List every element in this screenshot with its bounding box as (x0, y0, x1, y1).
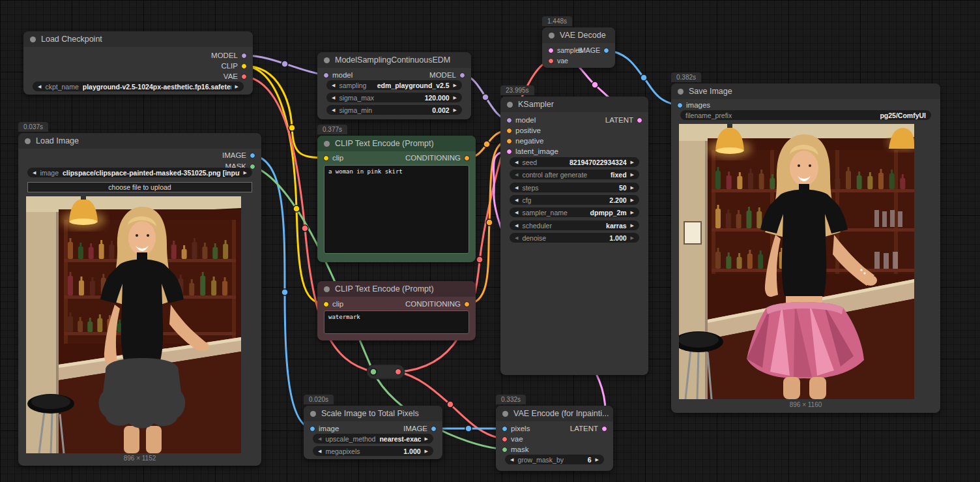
node-graph-canvas[interactable]: Load Checkpoint MODEL CLIP VAE ◀ ckpt_na… (0, 0, 980, 482)
prev-value-arrow-icon[interactable]: ◀ (515, 172, 518, 177)
node-title-bar[interactable]: CLIP Text Encode (Prompt) (317, 136, 476, 151)
widget-ckpt-name[interactable]: ◀ ckpt_name playground-v2.5-1024px-aesth… (33, 82, 244, 91)
widget-sampling[interactable]: ◀ sampling edm_playground_v2.5 ▶ (326, 80, 462, 90)
widget-image[interactable]: ◀ image clipspace/clipspace-painted-mask… (27, 168, 252, 177)
node-title-bar[interactable]: VAE Decode (542, 27, 615, 43)
node-load-checkpoint[interactable]: Load Checkpoint MODEL CLIP VAE ◀ ckpt_na… (23, 31, 253, 95)
widget-sampler-name[interactable]: ◀ sampler_name dpmpp_2m ▶ (510, 207, 639, 217)
node-vae-decode[interactable]: 1.448s VAE Decode samples vae IMAGE (542, 27, 615, 68)
slot-dot-conditioning[interactable] (464, 301, 470, 307)
node-title-bar[interactable]: CLIP Text Encode (Prompt) (317, 281, 476, 297)
collapse-dot[interactable] (507, 102, 513, 108)
node-title-bar[interactable]: Load Image (18, 133, 261, 149)
widget-filename-prefix[interactable]: filename_prefix pg25/ComfyUI (680, 110, 931, 120)
next-value-arrow-icon[interactable]: ▶ (631, 223, 634, 228)
slot-dot-vae[interactable] (502, 436, 508, 442)
next-value-arrow-icon[interactable]: ▶ (235, 84, 238, 89)
widget-control-after-generate[interactable]: ◀ control after generate fixed ▶ (510, 170, 639, 179)
node-clip-text-encode-positive[interactable]: 0.377s CLIP Text Encode (Prompt) clip CO… (317, 136, 476, 262)
increment-arrow-icon[interactable]: ▶ (425, 449, 428, 453)
slot-dot-latent[interactable] (506, 149, 512, 155)
node-title-bar[interactable]: Scale Image to Total Pixels (304, 406, 442, 421)
collapse-dot[interactable] (30, 37, 36, 42)
slot-dot-clip[interactable] (241, 63, 247, 69)
collapse-dot[interactable] (549, 33, 555, 38)
slot-dot-latent[interactable] (601, 426, 607, 432)
prev-value-arrow-icon[interactable]: ◀ (515, 210, 518, 215)
node-ksampler[interactable]: 23.995s KSampler model positive negative… (500, 97, 648, 375)
node-title-bar[interactable]: Save Image (671, 83, 940, 99)
slot-dot-clip[interactable] (323, 301, 329, 307)
collapse-dot[interactable] (324, 286, 330, 292)
widget-sigma-max[interactable]: ◀ sigma_max 120.000 ▶ (326, 93, 462, 102)
widget-cfg[interactable]: ◀ cfg 2.200 ▶ (510, 195, 639, 205)
increment-arrow-icon[interactable]: ▶ (631, 198, 634, 202)
slot-dot-model[interactable] (506, 117, 512, 123)
node-load-image[interactable]: 0.037s Load Image IMAGE MASK ◀ image cli… (18, 133, 261, 466)
prev-value-arrow-icon[interactable]: ◀ (38, 84, 41, 89)
widget-sigma-min[interactable]: ◀ sigma_min 0.002 ▶ (326, 105, 462, 115)
decrement-arrow-icon[interactable]: ◀ (332, 95, 335, 100)
collapse-dot[interactable] (324, 57, 330, 63)
prompt-textarea[interactable]: watermark (324, 310, 469, 334)
slot-dot-mask[interactable] (502, 447, 508, 453)
decrement-arrow-icon[interactable]: ◀ (515, 185, 518, 190)
increment-arrow-icon[interactable]: ▶ (596, 457, 599, 462)
node-title-bar[interactable]: VAE Encode (for Inpainti... (496, 406, 613, 421)
collapse-dot[interactable] (502, 411, 508, 417)
upload-button[interactable]: choose file to upload (27, 182, 252, 192)
reroute-output-dot[interactable] (396, 369, 401, 375)
slot-dot-image[interactable] (677, 102, 683, 108)
slot-dot-vae[interactable] (241, 74, 247, 80)
prev-value-arrow-icon[interactable]: ◀ (33, 170, 36, 175)
prev-value-arrow-icon[interactable]: ◀ (332, 83, 335, 87)
node-title-bar[interactable]: ModelSamplingContinuousEDM (317, 52, 471, 68)
node-title-bar[interactable]: Load Checkpoint (23, 31, 253, 47)
widget-megapixels[interactable]: ◀ megapixels 1.000 ▶ (313, 446, 433, 456)
prompt-textarea[interactable]: a woman in pink skirt (324, 165, 469, 254)
next-value-arrow-icon[interactable]: ▶ (454, 83, 457, 87)
prev-value-arrow-icon[interactable]: ◀ (515, 223, 518, 228)
slot-dot-image[interactable] (502, 426, 508, 432)
next-value-arrow-icon[interactable]: ▶ (425, 436, 428, 441)
decrement-arrow-icon[interactable]: ◀ (515, 160, 518, 164)
increment-arrow-icon[interactable]: ▶ (631, 185, 634, 190)
slot-dot-model[interactable] (323, 72, 329, 78)
widget-grow-mask-by[interactable]: ◀ grow_mask_by 6 ▶ (505, 455, 604, 464)
slot-dot-image[interactable] (250, 153, 255, 158)
increment-arrow-icon[interactable]: ▶ (454, 108, 457, 112)
slot-dot-latent[interactable] (637, 117, 642, 123)
next-value-arrow-icon[interactable]: ▶ (631, 172, 634, 177)
collapse-dot[interactable] (310, 411, 316, 417)
collapse-dot[interactable] (25, 138, 31, 144)
slot-dot-vae[interactable] (548, 58, 554, 64)
widget-scheduler[interactable]: ◀ scheduler karras ▶ (510, 220, 639, 230)
node-scale-image[interactable]: 0.020s Scale Image to Total Pixels image… (304, 406, 442, 459)
decrement-arrow-icon[interactable]: ◀ (318, 449, 321, 453)
slot-dot-image[interactable] (431, 426, 437, 432)
slot-dot-model[interactable] (459, 72, 465, 78)
decrement-arrow-icon[interactable]: ◀ (515, 235, 518, 240)
node-vae-encode-inpainting[interactable]: 0.332s VAE Encode (for Inpainti... pixel… (496, 406, 613, 471)
slot-dot-model[interactable] (241, 53, 247, 59)
decrement-arrow-icon[interactable]: ◀ (510, 457, 513, 462)
slot-dot-conditioning[interactable] (506, 128, 512, 134)
increment-arrow-icon[interactable]: ▶ (631, 235, 634, 240)
node-clip-text-encode-negative[interactable]: CLIP Text Encode (Prompt) clip CONDITION… (317, 281, 476, 340)
slot-dot-clip[interactable] (323, 155, 329, 161)
collapse-dot[interactable] (678, 89, 684, 95)
node-save-image[interactable]: 0.382s Save Image images filename_prefix… (671, 83, 940, 413)
next-value-arrow-icon[interactable]: ▶ (631, 210, 634, 215)
widget-upscale-method[interactable]: ◀ upscale_method nearest-exact ▶ (313, 434, 433, 444)
slot-dot-image[interactable] (603, 48, 609, 53)
prev-value-arrow-icon[interactable]: ◀ (318, 436, 321, 441)
decrement-arrow-icon[interactable]: ◀ (332, 108, 335, 112)
next-value-arrow-icon[interactable]: ▶ (244, 170, 247, 175)
increment-arrow-icon[interactable]: ▶ (454, 95, 457, 100)
slot-dot-conditioning[interactable] (506, 138, 512, 144)
increment-arrow-icon[interactable]: ▶ (631, 160, 634, 164)
node-model-sampling[interactable]: ModelSamplingContinuousEDM model MODEL ◀… (317, 52, 471, 119)
widget-seed[interactable]: ◀ seed 821947022934324 ▶ (510, 157, 639, 167)
node-title-bar[interactable]: KSampler (500, 97, 648, 112)
decrement-arrow-icon[interactable]: ◀ (515, 198, 518, 202)
